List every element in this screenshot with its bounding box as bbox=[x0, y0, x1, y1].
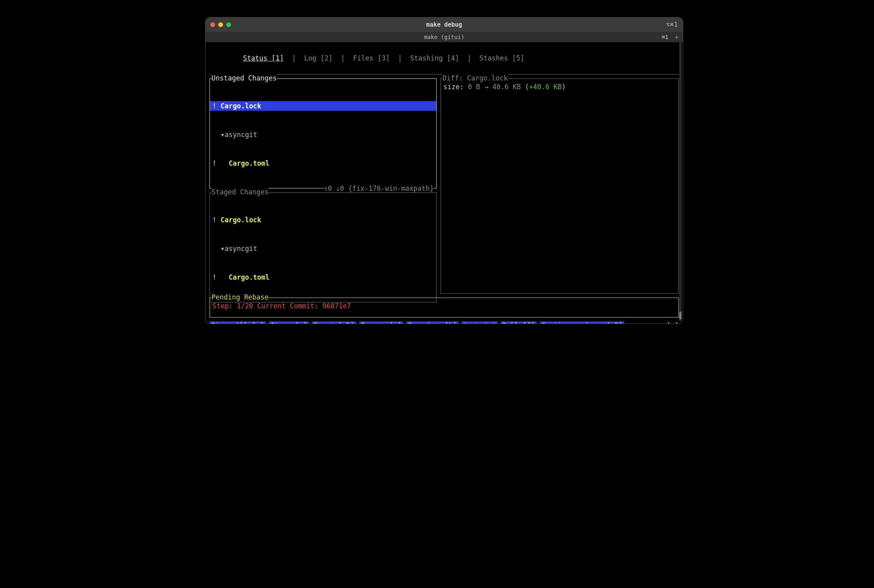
push-button: Push [p] bbox=[462, 321, 498, 324]
app-tabs: Status [1] | Log [2] | Files [3] | Stash… bbox=[210, 46, 679, 73]
tab-files[interactable]: Files [3] bbox=[353, 54, 390, 62]
list-item[interactable]: ▾asyncgit bbox=[212, 244, 434, 253]
chevron-down-icon: ▾ bbox=[220, 131, 224, 139]
staged-panel[interactable]: Staged Changes ! Cargo.lock ▾asyncgit ! … bbox=[210, 192, 437, 302]
list-item[interactable]: ! Cargo.toml bbox=[212, 272, 434, 282]
list-item[interactable]: ! Cargo.lock bbox=[212, 215, 434, 225]
new-tab-button[interactable]: + bbox=[674, 33, 679, 41]
pending-rebase-title: Pending Rebase bbox=[212, 293, 268, 301]
terminal-content: Status [1] | Log [2] | Files [3] | Stash… bbox=[206, 42, 683, 323]
scrollbar-thumb[interactable] bbox=[679, 312, 682, 319]
tab-stashes[interactable]: Stashes [5] bbox=[480, 54, 525, 62]
pending-rebase-line: Step: 1/20 Current Commit: 96871e7 bbox=[212, 299, 676, 311]
ignore-button[interactable]: Ignore [i] bbox=[359, 321, 403, 324]
tab-shortcut-hint: ⌘1 bbox=[662, 34, 668, 40]
unstaged-list: ! Cargo.lock ▾asyncgit ! Cargo.toml bbox=[212, 80, 434, 187]
continue-rebase-button[interactable]: Continue rebase [⇧R] bbox=[540, 321, 625, 324]
chevron-down-icon: ▾ bbox=[220, 245, 224, 253]
more-commands-button[interactable]: more [.] bbox=[646, 321, 679, 324]
window-shortcut-hint: ⌥⌘1 bbox=[666, 21, 678, 28]
terminal-window: make debug ⌥⌘1 make (gitui) ⌘1 + Status … bbox=[205, 17, 683, 324]
command-bar: Stage All [a] Stage [↵] Reset [⇧D] Ignor… bbox=[210, 321, 679, 324]
list-item[interactable]: ▾asyncgit bbox=[212, 130, 434, 139]
stage-button[interactable]: Stage [↵] bbox=[269, 321, 309, 324]
branch-status: ↑0 ↓0 {fix-176-win-maxpath} bbox=[324, 184, 434, 192]
tab-process-label[interactable]: make (gitui) bbox=[424, 34, 464, 40]
arrow-right-icon: → bbox=[484, 83, 488, 91]
pull-button[interactable]: Pull [f] bbox=[501, 321, 537, 324]
list-item[interactable]: ! Cargo.toml bbox=[212, 159, 434, 168]
tab-log[interactable]: Log [2] bbox=[304, 54, 333, 62]
list-item[interactable]: ! Cargo.lock bbox=[210, 101, 436, 111]
scrollbar[interactable] bbox=[679, 42, 682, 321]
stage-all-button[interactable]: Stage All [a] bbox=[210, 321, 266, 324]
tab-status[interactable]: Status [1] bbox=[243, 54, 284, 62]
titlebar: make debug ⌥⌘1 bbox=[206, 18, 683, 32]
window-title: make debug bbox=[206, 21, 683, 28]
reset-button[interactable]: Reset [⇧D] bbox=[312, 321, 356, 324]
unstaged-title: Unstaged Changes bbox=[212, 74, 277, 82]
tabbar: make (gitui) ⌘1 + bbox=[206, 32, 683, 42]
pending-rebase-panel: Pending Rebase Step: 1/20 Current Commit… bbox=[210, 298, 679, 318]
unstaged-panel[interactable]: Unstaged Changes ! Cargo.lock ▾asyncgit … bbox=[210, 78, 437, 188]
branches-button[interactable]: Branches [b] bbox=[406, 321, 459, 324]
diff-panel[interactable]: Diff: Cargo.lock size: 0 B → 40.6 KB (+4… bbox=[441, 78, 679, 294]
staged-list: ! Cargo.lock ▾asyncgit ! Cargo.toml bbox=[212, 194, 434, 301]
tab-stashing[interactable]: Stashing [4] bbox=[410, 54, 459, 62]
staged-title: Staged Changes bbox=[212, 188, 268, 196]
diff-title: Diff: Cargo.lock bbox=[443, 74, 508, 82]
